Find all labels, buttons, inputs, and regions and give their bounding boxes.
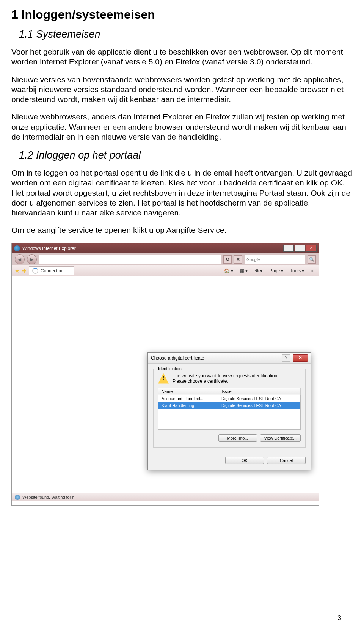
- browser-screenshot: Windows Internet Explorer — □ ✕ ◄ ► ↻ ✕ …: [11, 243, 319, 506]
- window-title: Windows Internet Explorer: [22, 246, 76, 251]
- dialog-title: Choose a digital certificate: [151, 355, 204, 361]
- paragraph: Om de aangifte service te openen klikt u…: [11, 225, 353, 235]
- col-name[interactable]: Name: [158, 388, 218, 395]
- cancel-button[interactable]: Cancel: [267, 457, 306, 464]
- status-text: Website found. Waiting for r: [22, 495, 74, 499]
- nav-toolbar: ◄ ► ↻ ✕ Google 🔍: [12, 253, 319, 265]
- print-button[interactable]: 🖶 ▾: [252, 267, 265, 274]
- maximize-button[interactable]: □: [295, 245, 305, 252]
- dialog-close-button[interactable]: ✕: [293, 354, 308, 362]
- tools-menu[interactable]: Tools ▾: [288, 267, 306, 274]
- identification-group: Identification The website you want to v…: [153, 369, 306, 448]
- warning-icon: [158, 373, 169, 384]
- paragraph: Nieuwe webbrowsers, anders dan Internet …: [11, 112, 353, 142]
- ie-icon: [14, 245, 20, 251]
- dialog-titlebar: Choose a digital certificate ? ✕: [148, 353, 311, 364]
- search-placeholder: Google: [246, 257, 260, 262]
- certificate-dialog: Choose a digital certificate ? ✕ Identif…: [147, 352, 311, 470]
- certificate-table: Name Issuer Accountant Handleid... Digit…: [158, 388, 301, 430]
- globe-icon: [15, 495, 20, 500]
- stop-button[interactable]: ✕: [234, 255, 242, 264]
- more-chevron[interactable]: »: [309, 267, 316, 274]
- paragraph: Nieuwe versies van bovenstaande webbrows…: [11, 75, 353, 105]
- loading-spinner-icon: [32, 268, 38, 274]
- page-menu[interactable]: Page ▾: [267, 267, 286, 274]
- table-row[interactable]: Accountant Handleid... Digitale Services…: [158, 395, 301, 402]
- heading-1-2: 1.2 Inloggen op het portaal: [19, 149, 353, 161]
- paragraph: Om in te loggen op het portaal opent u d…: [11, 168, 353, 218]
- paragraph: Voor het gebruik van de applicatie dient…: [11, 47, 353, 67]
- refresh-button[interactable]: ↻: [223, 255, 232, 264]
- browser-tab[interactable]: Connecting...: [29, 266, 74, 275]
- minimize-button[interactable]: —: [283, 245, 294, 252]
- dialog-help-button[interactable]: ?: [282, 354, 290, 362]
- address-bar[interactable]: [39, 255, 221, 264]
- home-button[interactable]: 🏠▾: [222, 267, 235, 274]
- window-titlebar: Windows Internet Explorer — □ ✕: [12, 243, 319, 253]
- status-bar: Website found. Waiting for r: [12, 493, 319, 501]
- page-number: 3: [337, 614, 341, 622]
- search-input[interactable]: Google: [245, 255, 305, 264]
- feeds-button[interactable]: ▦ ▾: [238, 267, 250, 274]
- forward-button[interactable]: ►: [27, 254, 37, 264]
- close-button[interactable]: ✕: [306, 245, 317, 252]
- browser-content: Choose a digital certificate ? ✕ Identif…: [12, 276, 319, 493]
- dialog-message: Please choose a certificate.: [173, 378, 278, 384]
- dialog-message: The website you want to view requests id…: [173, 373, 278, 378]
- favorites-bar: ★ ✚ Connecting... 🏠▾ ▦ ▾ 🖶 ▾ Page ▾ Tool…: [12, 265, 319, 276]
- tab-label: Connecting...: [41, 268, 67, 273]
- table-row[interactable]: Klant Handleiding Digitale Services TEST…: [158, 402, 301, 409]
- back-button[interactable]: ◄: [15, 254, 25, 264]
- heading-1-1: 1.1 Systeemeisen: [19, 28, 353, 40]
- col-issuer[interactable]: Issuer: [218, 388, 301, 395]
- favorites-icon[interactable]: ★: [15, 268, 20, 274]
- group-label: Identification: [157, 366, 183, 371]
- view-certificate-button[interactable]: View Certificate...: [260, 434, 301, 442]
- heading-1: 1 Inloggen/systeemeisen: [11, 8, 353, 22]
- home-icon: 🏠: [224, 268, 230, 273]
- ok-button[interactable]: OK: [225, 457, 264, 464]
- add-favorite-icon[interactable]: ✚: [22, 268, 27, 274]
- search-button[interactable]: 🔍: [308, 255, 316, 264]
- more-info-button[interactable]: More Info...: [218, 434, 257, 442]
